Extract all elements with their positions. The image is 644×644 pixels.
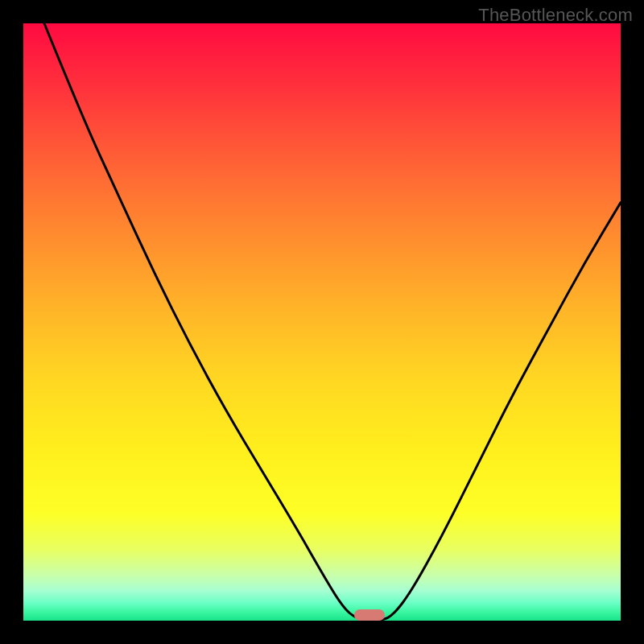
minimum-marker (354, 609, 385, 621)
plot-area (23, 23, 621, 621)
bottleneck-curve (23, 23, 621, 621)
watermark-text: TheBottleneck.com (478, 5, 633, 26)
chart-frame: TheBottleneck.com (0, 0, 644, 644)
